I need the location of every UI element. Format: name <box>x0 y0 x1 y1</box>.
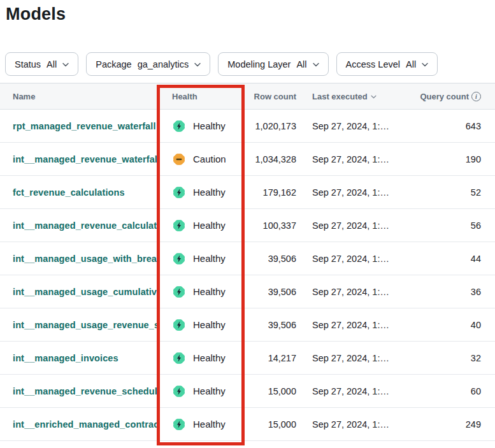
health-badge: Caution <box>159 152 245 166</box>
health-status-label: Healthy <box>193 386 226 396</box>
row-count-value: 39,506 <box>245 320 299 330</box>
model-name-link[interactable]: rpt_managed_revenue_waterfall <box>13 121 156 131</box>
health-badge: Healthy <box>159 384 245 398</box>
query-count-value: 40 <box>408 320 495 330</box>
last-executed-value: Sep 27, 2024, 1:… <box>299 287 408 297</box>
last-executed-value: Sep 27, 2024, 1:… <box>299 254 408 264</box>
last-executed-value: Sep 27, 2024, 1:… <box>299 187 408 198</box>
info-icon[interactable]: i <box>471 92 481 101</box>
table-header: Name Health Row count Last executed Quer… <box>0 83 495 110</box>
table-row: fct_revenue_calculations Healthy 179,162… <box>0 176 495 209</box>
package-filter[interactable]: Package ga_analytics <box>86 52 210 76</box>
health-status-icon <box>172 318 186 332</box>
status-filter-label: Status <box>15 59 41 69</box>
query-count-value: 44 <box>408 254 495 264</box>
health-status-icon <box>172 351 186 365</box>
health-status-icon <box>172 219 186 233</box>
query-count-value: 60 <box>408 386 495 396</box>
row-count-value: 15,000 <box>245 419 299 430</box>
table-row: int__managed_revenue_schedule_… Healthy … <box>0 375 495 408</box>
row-count-value: 1,034,328 <box>245 154 299 164</box>
model-name-link[interactable]: int__enriched_managed_contracts <box>13 419 159 430</box>
model-name-link[interactable]: int__managed_usage_with_breaka… <box>13 254 159 264</box>
table-row: rpt_managed_revenue_waterfall Healthy 1,… <box>0 110 495 143</box>
row-count-value: 179,162 <box>245 187 299 198</box>
minus-icon <box>176 158 182 159</box>
column-header-name: Name <box>0 92 159 101</box>
health-badge: Healthy <box>159 252 245 266</box>
health-status-icon <box>172 285 186 299</box>
modeling-layer-filter-label: Modeling Layer <box>227 59 291 69</box>
model-name-link[interactable]: int__managed_usage_revenue_sc… <box>13 320 159 330</box>
modeling-layer-filter[interactable]: Modeling Layer All <box>218 52 328 76</box>
health-badge: Healthy <box>159 417 245 431</box>
last-executed-value: Sep 27, 2024, 1:… <box>299 320 408 330</box>
table-row: int__managed_usage_revenue_sc… Healthy 3… <box>0 308 495 342</box>
last-executed-value: Sep 27, 2024, 1:… <box>299 353 408 363</box>
health-status-label: Healthy <box>193 286 226 297</box>
access-level-filter-value: All <box>406 59 416 69</box>
health-status-label: Healthy <box>193 253 226 264</box>
health-status-icon <box>172 417 186 431</box>
query-count-value: 36 <box>408 287 495 297</box>
model-name-link[interactable]: int__managed_revenue_calculations <box>13 220 159 231</box>
page-title: Models <box>6 4 495 24</box>
column-header-row-count: Row count <box>245 92 299 101</box>
table-row: int__managed_usage_cumulative_… Healthy … <box>0 275 495 308</box>
model-name-link[interactable]: int__managed_revenue_schedule_… <box>13 386 159 396</box>
access-level-filter-label: Access Level <box>346 59 400 69</box>
row-count-value: 39,506 <box>245 254 299 264</box>
last-executed-value: Sep 27, 2024, 1:… <box>299 419 408 430</box>
models-page: Models Status All Package ga_analytics M… <box>0 4 495 448</box>
query-count-value: 643 <box>408 121 495 131</box>
chevron-down-icon <box>422 62 428 67</box>
table-row: int__managed_revenue_calculations Health… <box>0 209 495 242</box>
last-executed-value: Sep 27, 2024, 1:… <box>299 386 408 396</box>
health-status-icon <box>172 185 186 199</box>
health-badge: Healthy <box>159 219 245 233</box>
health-badge: Healthy <box>159 351 245 365</box>
health-status-label: Healthy <box>193 419 226 430</box>
row-count-value: 39,506 <box>245 287 299 297</box>
model-name-link[interactable]: fct_revenue_calculations <box>13 187 125 198</box>
package-filter-value: ga_analytics <box>138 59 189 69</box>
health-status-icon <box>172 384 186 398</box>
health-badge: Healthy <box>159 318 245 332</box>
model-name-link[interactable]: int__managed_invoices <box>13 353 118 363</box>
row-count-value: 15,000 <box>245 386 299 396</box>
health-status-label: Healthy <box>193 120 226 131</box>
access-level-filter[interactable]: Access Level All <box>336 52 438 76</box>
last-executed-label: Last executed <box>312 92 368 101</box>
query-count-value: 56 <box>408 220 495 231</box>
modeling-layer-filter-value: All <box>296 59 306 69</box>
package-filter-label: Package <box>96 59 131 69</box>
row-count-value: 1,020,173 <box>245 121 299 131</box>
health-status-label: Caution <box>193 154 226 164</box>
column-header-query-count: Query count i <box>408 92 495 101</box>
table-body: rpt_managed_revenue_waterfall Healthy 1,… <box>0 110 495 441</box>
query-count-value: 52 <box>408 187 495 198</box>
last-executed-value: Sep 27, 2024, 1:… <box>299 121 408 131</box>
health-status-label: Healthy <box>193 220 226 231</box>
column-header-last-executed[interactable]: Last executed <box>299 92 408 101</box>
last-executed-value: Sep 27, 2024, 1:… <box>299 154 408 164</box>
query-count-value: 249 <box>408 419 495 430</box>
model-name-link[interactable]: int__managed_revenue_waterfall <box>13 154 159 164</box>
chevron-down-icon <box>194 62 201 67</box>
health-badge: Healthy <box>159 285 245 299</box>
health-status-label: Healthy <box>193 187 226 198</box>
health-status-icon <box>172 152 186 166</box>
health-status-icon <box>172 119 186 133</box>
model-name-link[interactable]: int__managed_usage_cumulative_… <box>13 287 159 297</box>
chevron-down-icon <box>62 62 69 67</box>
row-count-value: 14,217 <box>245 353 299 363</box>
status-filter[interactable]: Status All <box>5 52 78 76</box>
health-status-label: Healthy <box>193 352 226 363</box>
models-table: Name Health Row count Last executed Quer… <box>0 83 495 441</box>
table-row: int__managed_usage_with_breaka… Healthy … <box>0 242 495 275</box>
health-badge: Healthy <box>159 185 245 199</box>
filter-bar: Status All Package ga_analytics Modeling… <box>5 52 495 76</box>
status-filter-value: All <box>47 59 57 69</box>
query-count-value: 190 <box>408 154 495 164</box>
chevron-down-icon <box>313 62 319 67</box>
